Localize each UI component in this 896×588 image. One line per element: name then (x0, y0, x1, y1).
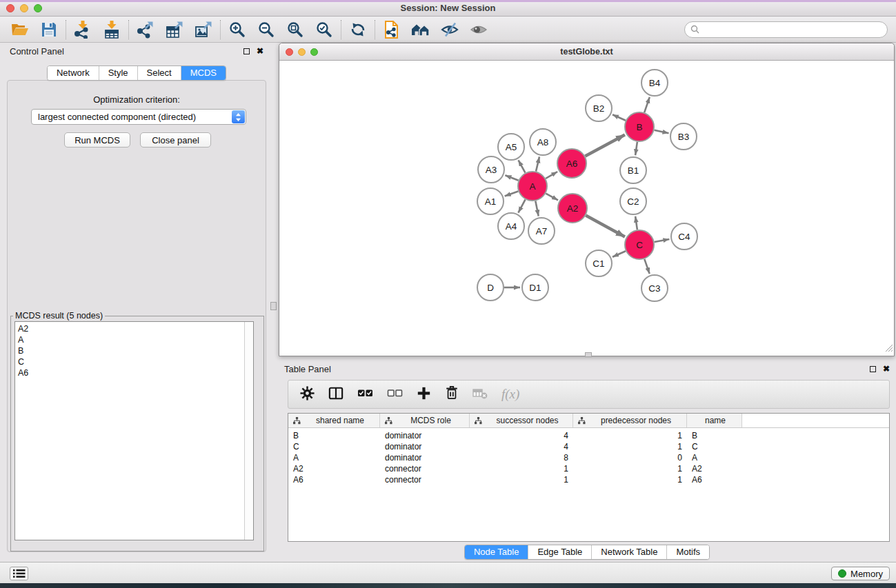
node-B[interactable]: B (625, 112, 654, 141)
table-row[interactable]: Cdominator41C (288, 441, 889, 452)
close-network-window-button[interactable] (286, 48, 293, 56)
column-header-shared-name[interactable]: shared name (288, 414, 380, 427)
node-A7[interactable]: A7 (528, 218, 555, 244)
node-B4[interactable]: B4 (641, 70, 668, 96)
import-table-button[interactable] (97, 19, 126, 41)
edge-C-C4[interactable] (655, 239, 670, 242)
edge-C-C3[interactable] (644, 259, 649, 274)
node-B1[interactable]: B1 (620, 157, 646, 183)
tab-network[interactable]: Network (48, 66, 99, 80)
node-C2[interactable]: C2 (620, 188, 646, 214)
mcds-result-list[interactable]: A2ABCA6 (14, 321, 254, 540)
vertical-divider-thumb[interactable] (270, 302, 277, 310)
node-A4[interactable]: A4 (498, 213, 524, 239)
table-row[interactable]: A6connector11A6 (288, 474, 889, 485)
function-builder-button[interactable]: f(x) (501, 387, 519, 402)
table-row[interactable]: Adominator80A (288, 452, 889, 463)
edge-A-A8[interactable] (536, 156, 539, 171)
network-document-button[interactable] (377, 19, 406, 41)
export-image-button[interactable] (189, 19, 218, 41)
hide-eye-button[interactable] (435, 19, 464, 41)
node-B3[interactable]: B3 (670, 123, 697, 150)
node-A3[interactable]: A3 (478, 156, 504, 183)
edge-B-B2[interactable] (613, 114, 626, 121)
search-input[interactable] (684, 21, 888, 38)
columns-view-button[interactable] (328, 386, 344, 403)
zoom-selected-button[interactable] (310, 19, 339, 41)
column-header-MCDS-role[interactable]: MCDS role (380, 414, 470, 427)
window-resize-grip[interactable] (884, 343, 893, 355)
minimize-window-button[interactable] (20, 4, 28, 12)
table-row[interactable]: Bdominator41B (288, 430, 889, 441)
edge-A-A7[interactable] (535, 201, 538, 216)
zoom-window-button[interactable] (34, 4, 42, 12)
mcds-result-item[interactable]: A6 (15, 367, 253, 378)
list-scrollbar[interactable] (244, 322, 253, 540)
node-B2[interactable]: B2 (586, 95, 612, 121)
edge-C-C1[interactable] (613, 251, 626, 257)
edge-A2-C[interactable] (586, 216, 625, 237)
mcds-result-item[interactable]: A (15, 334, 253, 345)
network-canvas[interactable]: AA1A2A3A4A5A6A7A8BB1B2B3B4CC1C2C3C4DD1 (279, 61, 894, 356)
node-A5[interactable]: A5 (498, 134, 524, 160)
import-network-button[interactable] (68, 19, 97, 41)
float-table-panel-icon[interactable] (870, 366, 876, 372)
tab-motifs[interactable]: Motifs (666, 545, 709, 559)
node-D[interactable]: D (477, 274, 504, 301)
delete-column-button[interactable] (472, 387, 488, 403)
add-row-button[interactable] (417, 386, 431, 403)
zoom-fit-button[interactable] (281, 19, 310, 41)
task-history-button[interactable] (10, 567, 28, 580)
optimization-criterion-select[interactable]: largest connected component (directed) (31, 109, 246, 125)
node-A8[interactable]: A8 (530, 129, 556, 155)
zoom-network-window-button[interactable] (310, 48, 318, 56)
node-C3[interactable]: C3 (641, 275, 668, 301)
column-header-successor-nodes[interactable]: successor nodes (470, 414, 573, 427)
edge-A-A5[interactable] (519, 160, 526, 172)
edge-A6-B[interactable] (585, 134, 625, 156)
close-window-button[interactable] (6, 4, 14, 12)
memory-button[interactable]: Memory (831, 567, 890, 580)
float-panel-icon[interactable] (243, 48, 250, 54)
node-A1[interactable]: A1 (477, 188, 504, 214)
open-session-button[interactable] (6, 19, 34, 41)
node-C1[interactable]: C1 (586, 250, 612, 276)
node-D1[interactable]: D1 (522, 274, 548, 301)
edge-A-A4[interactable] (518, 199, 525, 212)
select-all-button[interactable] (357, 387, 373, 402)
node-A6[interactable]: A6 (557, 149, 586, 178)
unselect-all-button[interactable] (387, 387, 403, 402)
close-table-panel-icon[interactable]: ✖ (883, 365, 890, 372)
delete-rows-button[interactable] (445, 385, 459, 403)
horizontal-divider-thumb[interactable] (585, 352, 592, 357)
column-header-predecessor-nodes[interactable]: predecessor nodes (573, 414, 687, 427)
refresh-button[interactable] (344, 19, 372, 41)
edge-B-B1[interactable] (635, 142, 637, 155)
mcds-result-item[interactable]: A2 (15, 323, 253, 334)
mcds-result-item[interactable]: C (15, 356, 253, 367)
table-row[interactable]: A2connector11A2 (288, 463, 889, 474)
close-panel-icon[interactable]: ✖ (257, 48, 263, 54)
node-C4[interactable]: C4 (671, 223, 697, 250)
node-A2[interactable]: A2 (558, 194, 587, 223)
save-session-button[interactable] (34, 19, 63, 41)
edge-A-A6[interactable] (546, 172, 557, 179)
tab-mcds[interactable]: MCDS (181, 66, 226, 80)
edge-A-A1[interactable] (505, 192, 519, 196)
edge-A-A2[interactable] (546, 194, 558, 201)
edge-B-B3[interactable] (655, 130, 669, 134)
zoom-in-button[interactable] (223, 19, 252, 41)
tab-edge-table[interactable]: Edge Table (528, 545, 591, 559)
table-settings-button[interactable] (300, 386, 315, 403)
tab-style[interactable]: Style (99, 66, 137, 80)
node-C[interactable]: C (625, 230, 654, 259)
export-network-button[interactable] (131, 19, 160, 41)
zoom-out-button[interactable] (252, 19, 281, 41)
minimize-network-window-button[interactable] (298, 48, 306, 56)
column-header-name[interactable]: name (687, 414, 742, 427)
close-panel-button[interactable]: Close panel (140, 132, 211, 148)
edge-A-A3[interactable] (505, 175, 518, 181)
home-button[interactable] (406, 19, 435, 41)
tab-node-table[interactable]: Node Table (465, 545, 528, 559)
edge-C-C2[interactable] (635, 216, 637, 230)
